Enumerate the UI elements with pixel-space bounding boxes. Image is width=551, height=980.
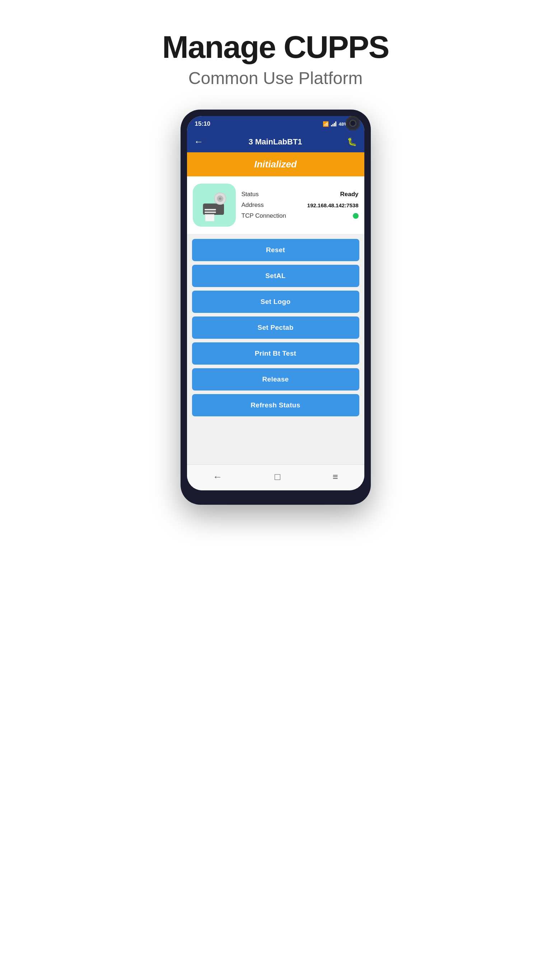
nav-home-button[interactable]: □ xyxy=(275,471,280,482)
page-header: Manage CUPPS Common Use Platform xyxy=(162,29,389,88)
debug-icon[interactable]: 🐛 xyxy=(347,137,357,146)
empty-space xyxy=(187,422,364,465)
app-header: ← 3 MainLabBT1 🐛 xyxy=(187,131,364,152)
action-button-list: Reset SetAL Set Logo Set Pectab Print Bt… xyxy=(187,234,364,422)
print-bt-test-button[interactable]: Print Bt Test xyxy=(192,342,359,364)
svg-rect-7 xyxy=(205,215,214,221)
wifi-icon: 📶 xyxy=(323,121,329,127)
set-logo-button[interactable]: Set Logo xyxy=(192,291,359,313)
signal-bars-icon xyxy=(331,121,337,126)
status-time: 15:10 xyxy=(195,120,210,127)
back-button[interactable]: ← xyxy=(194,136,203,147)
phone-frame: 15:10 📶 48% 🔋 ← 3 MainLabBT1 🐛 Initializ… xyxy=(181,110,371,505)
device-info-section: Status Ready Address 192.168.48.142:7538… xyxy=(187,177,364,234)
tcp-status-dot xyxy=(353,213,359,219)
nav-back-button[interactable]: ← xyxy=(213,471,222,482)
status-banner: Initialized xyxy=(187,152,364,177)
status-value: Ready xyxy=(340,191,358,198)
reset-button[interactable]: Reset xyxy=(192,239,359,261)
device-details: Status Ready Address 192.168.48.142:7538… xyxy=(241,191,359,220)
device-icon-box xyxy=(193,184,236,227)
camera-lens xyxy=(349,119,356,127)
status-row: Status Ready xyxy=(241,191,359,198)
page-title: Manage CUPPS xyxy=(162,29,389,65)
setal-button[interactable]: SetAL xyxy=(192,265,359,287)
header-title: 3 MainLabBT1 xyxy=(248,137,302,146)
svg-rect-5 xyxy=(205,212,216,213)
svg-rect-4 xyxy=(205,209,216,210)
tcp-row: TCP Connection xyxy=(241,212,359,220)
printer-icon xyxy=(198,189,230,221)
camera-notch xyxy=(346,116,360,130)
address-label: Address xyxy=(241,202,264,209)
address-row: Address 192.168.48.142:7538 xyxy=(241,202,359,209)
address-value: 192.168.48.142:7538 xyxy=(307,202,359,208)
bottom-nav: ← □ ≡ xyxy=(187,465,364,490)
svg-point-3 xyxy=(219,197,221,200)
nav-menu-button[interactable]: ≡ xyxy=(332,471,338,482)
page-subtitle: Common Use Platform xyxy=(162,68,389,88)
tcp-label: TCP Connection xyxy=(241,212,286,220)
phone-screen: 15:10 📶 48% 🔋 ← 3 MainLabBT1 🐛 Initializ… xyxy=(187,116,364,490)
set-pectab-button[interactable]: Set Pectab xyxy=(192,317,359,339)
status-label: Status xyxy=(241,191,259,198)
refresh-status-button[interactable]: Refresh Status xyxy=(192,394,359,416)
status-bar: 15:10 📶 48% 🔋 xyxy=(187,116,364,131)
release-button[interactable]: Release xyxy=(192,368,359,390)
